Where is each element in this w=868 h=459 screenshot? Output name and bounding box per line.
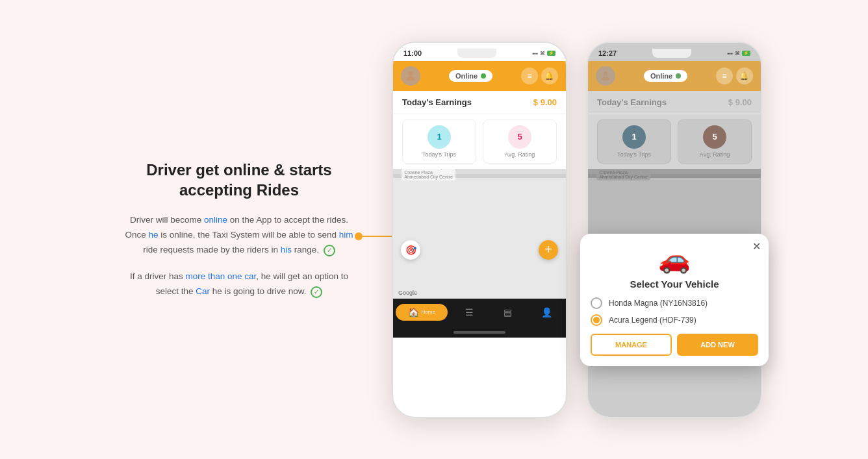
vehicle-option-1[interactable]: Honda Magna (NY16N3816) — [591, 297, 758, 309]
connector-dot — [355, 232, 363, 240]
svg-point-1 — [604, 71, 608, 76]
phone2-earnings-title: Today's Earnings — [597, 97, 667, 107]
phone1-stats-row: 1 Today's Trips 5 Avg. Rating — [393, 114, 566, 169]
phone1-online-dot — [481, 73, 486, 79]
phone1-header: Online ≡ 🔔 — [393, 61, 566, 91]
description-1: Driver will become online on the App to … — [122, 213, 356, 258]
phone2-online-toggle[interactable]: Online — [644, 70, 687, 82]
phone1-map: Crowne PlazaAhmedabad City Centre Off Bi… — [393, 169, 566, 299]
phone1-nav-wallet[interactable]: ▤ — [489, 304, 528, 321]
phone2-rating-circle: 5 — [703, 125, 726, 149]
phone1-wifi-icon: ⌘ — [540, 51, 545, 56]
phone2-time: 12:27 — [598, 49, 617, 57]
phone2-status-icons: ▪▪▪ ⌘ ⚡ — [727, 51, 750, 56]
phone1-trips-card: 1 Today's Trips — [402, 119, 476, 164]
radio-acura-inner — [593, 317, 600, 323]
phone1-nav-home[interactable]: 🏠 Home — [396, 304, 448, 321]
vehicle-modal: ✕ 🚗 Select Your Vehicle Honda Magna (NY1… — [580, 234, 769, 366]
trips-icon: ☰ — [465, 307, 474, 317]
phone2-online-label: Online — [650, 72, 672, 80]
phone2-bell-btn[interactable]: 🔔 — [736, 68, 753, 84]
modal-close-btn[interactable]: ✕ — [752, 240, 761, 253]
phone2-notch — [652, 49, 691, 58]
page-container: Driver get online & starts accepting Rid… — [0, 0, 868, 459]
phone2-avatar — [596, 66, 615, 86]
radio-acura[interactable] — [591, 314, 602, 326]
phone1-earnings-card: Today's Earnings $ 9.00 — [393, 91, 566, 114]
phone1-bottom-nav: 🏠 Home ☰ ▤ 👤 — [393, 299, 566, 327]
check-icon-2: ✓ — [311, 286, 322, 298]
vehicle-honda-name: Honda Magna (NY16N3816) — [609, 299, 708, 308]
phone1-nav-profile[interactable]: 👤 — [528, 304, 567, 321]
phone1-avatar — [401, 66, 420, 86]
phone1-signal-icon: ▪▪▪ — [532, 51, 538, 56]
phone1-add-btn[interactable]: + — [539, 240, 558, 260]
phone1-rating-card: 5 Avg. Rating — [483, 119, 557, 164]
add-new-button[interactable]: ADD NEW — [677, 334, 758, 356]
phone2-earnings-amount: $ 9.00 — [728, 97, 752, 107]
avatar-icon-2 — [599, 69, 612, 82]
car-icon: 🚗 — [591, 244, 758, 275]
phone1-trips-label: Today's Trips — [408, 151, 470, 158]
left-section: Driver get online & starts accepting Rid… — [96, 160, 382, 299]
phone2-trips-card: 1 Today's Trips — [597, 119, 671, 164]
phone1-rating-label: Avg. Rating — [489, 151, 551, 158]
check-icon-1: ✓ — [324, 245, 335, 256]
phone2-menu-btn[interactable]: ≡ — [716, 68, 733, 84]
phone2-header-btns: ≡ 🔔 — [716, 68, 753, 84]
phone2-wifi-icon: ⌘ — [735, 51, 740, 56]
vehicle-acura-name: Acura Legend (HDF-739) — [609, 316, 696, 325]
desc1-text: Driver will become online on the App to … — [125, 215, 353, 254]
phone1-bell-btn[interactable]: 🔔 — [541, 68, 558, 84]
phone1-online-label: Online — [455, 72, 478, 80]
phone1-rating-circle: 5 — [508, 125, 531, 149]
phone1-time: 11:00 — [403, 49, 422, 57]
svg-point-0 — [409, 71, 413, 76]
profile-icon: 👤 — [541, 307, 552, 317]
wallet-icon: ▤ — [504, 307, 512, 317]
phone1-nav-home-label: Home — [422, 309, 435, 315]
phone1-wrapper: 11:00 ▪▪▪ ⌘ ⚡ Online — [392, 42, 567, 418]
map2-label1: Crowne PlazaAhmedabad City Centre — [596, 169, 650, 180]
phone1-home-bar — [393, 327, 566, 338]
manage-button[interactable]: MANAGE — [591, 334, 672, 356]
phone2-rating-label: Avg. Rating — [683, 151, 746, 158]
phone2-earnings-card: Today's Earnings $ 9.00 — [588, 91, 761, 114]
avatar-icon — [404, 69, 417, 82]
main-heading: Driver get online & starts accepting Rid… — [122, 160, 356, 200]
phone2-rating-card: 5 Avg. Rating — [678, 119, 752, 164]
modal-buttons: MANAGE ADD NEW — [591, 334, 758, 356]
phone2-notch-bar: 12:27 ▪▪▪ ⌘ ⚡ — [588, 43, 761, 61]
phone1-earnings-amount: $ 9.00 — [533, 97, 557, 107]
radio-honda[interactable] — [591, 297, 602, 309]
phone2-stats-row: 1 Today's Trips 5 Avg. Rating — [588, 114, 761, 169]
phone1-location-btn[interactable]: 🎯 — [401, 240, 420, 260]
phone2-battery-icon: ⚡ — [742, 51, 750, 56]
phone1-trips-circle: 1 — [428, 125, 451, 149]
phone2-header: Online ≡ 🔔 — [588, 61, 761, 91]
modal-title: Select Your Vehicle — [591, 279, 758, 290]
phone2-trips-label: Today's Trips — [603, 151, 665, 158]
phone2-online-dot — [676, 73, 681, 79]
phone1-google-label: Google — [398, 290, 417, 296]
map-label1: Crowne PlazaAhmedabad City Centre — [402, 169, 455, 180]
phone1-notch-bar: 11:00 ▪▪▪ ⌘ ⚡ — [393, 43, 566, 61]
phone1-online-toggle[interactable]: Online — [449, 70, 492, 82]
phone1-menu-btn[interactable]: ≡ — [521, 68, 538, 84]
phone1-notch — [457, 49, 496, 58]
phone1-status-icons: ▪▪▪ ⌘ ⚡ — [532, 51, 555, 56]
phone2-signal-icon: ▪▪▪ — [727, 51, 733, 56]
phone2-wrapper: 12:27 ▪▪▪ ⌘ ⚡ Online — [587, 42, 762, 418]
phone1-header-btns: ≡ 🔔 — [521, 68, 558, 84]
phone1-nav-trips[interactable]: ☰ — [450, 304, 489, 321]
phone1-battery-icon: ⚡ — [547, 51, 555, 56]
vehicle-option-2[interactable]: Acura Legend (HDF-739) — [591, 314, 758, 326]
phone1-earnings-title: Today's Earnings — [402, 97, 472, 107]
phone1-home-indicator — [453, 331, 505, 334]
phone2-trips-circle: 1 — [622, 125, 646, 149]
description-2: If a driver has more than one car, he wi… — [122, 269, 356, 299]
home-icon: 🏠 — [408, 307, 419, 317]
phone1: 11:00 ▪▪▪ ⌘ ⚡ Online — [392, 42, 567, 418]
